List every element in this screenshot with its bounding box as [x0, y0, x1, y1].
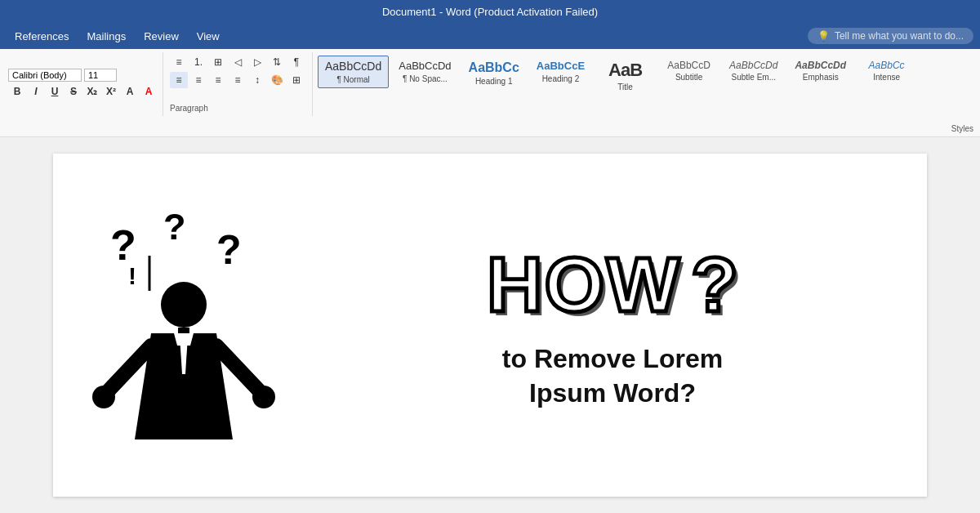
- italic-button[interactable]: I: [27, 83, 45, 100]
- shading-button[interactable]: 🎨: [268, 72, 286, 88]
- subtitle-line1: to Remove Lorem: [502, 342, 723, 377]
- how-heading: HOW: [487, 240, 681, 329]
- text-color-button[interactable]: A: [140, 83, 158, 100]
- svg-text:!: !: [128, 262, 136, 289]
- question-mark-heading: ?: [691, 240, 738, 329]
- svg-marker-10: [174, 333, 194, 346]
- font-name-input[interactable]: [8, 69, 82, 82]
- ribbon-search-placeholder: Tell me what you want to do...: [835, 30, 964, 42]
- tab-mailings[interactable]: Mailings: [78, 27, 134, 46]
- bold-button[interactable]: B: [8, 83, 26, 100]
- style-subtitle-preview: AaBbCcD: [667, 60, 710, 71]
- style-subtle-emph[interactable]: AaBbCcDd Subtle Em...: [722, 56, 785, 86]
- style-subtle-preview: AaBbCcDd: [729, 60, 777, 71]
- font-controls: B I U S X₂ X² A A: [8, 69, 158, 100]
- style-subtle-label: Subtle Em...: [732, 73, 776, 82]
- justify-button[interactable]: ≡: [229, 72, 247, 88]
- styles-section: AaBbCcDd ¶ Normal AaBbCcDd ¶ No Spac... …: [313, 52, 951, 136]
- font-size-input[interactable]: [84, 69, 117, 82]
- align-right-button[interactable]: ≡: [209, 72, 227, 88]
- bullets-button[interactable]: ≡: [170, 54, 188, 70]
- style-normal[interactable]: AaBbCcDd ¶ Normal: [318, 56, 389, 88]
- svg-point-12: [92, 386, 115, 408]
- strikethrough-button[interactable]: S: [65, 83, 82, 100]
- style-nospace-label: ¶ No Spac...: [403, 74, 448, 83]
- style-emphasis-label: Emphasis: [803, 73, 839, 82]
- line-spacing-button[interactable]: ↕: [248, 72, 266, 88]
- figure-area: ? ? ? !: [78, 194, 290, 456]
- title-bar-text: Document1 - Word (Product Activation Fai…: [382, 6, 598, 18]
- subtitle-text: to Remove Lorem Ipsum Word?: [502, 342, 723, 410]
- title-bar: Document1 - Word (Product Activation Fai…: [0, 0, 980, 23]
- style-emphasis-preview: AaBbCcDd: [795, 60, 846, 71]
- style-heading1[interactable]: AaBbCc Heading 1: [461, 56, 527, 90]
- clear-format-button[interactable]: A: [121, 83, 139, 100]
- increase-indent-button[interactable]: ▷: [248, 54, 266, 70]
- style-normal-preview: AaBbCcDd: [325, 60, 381, 74]
- font-format-row: B I U S X₂ X² A A: [8, 83, 158, 100]
- confused-person-svg: ? ? ? !: [86, 194, 282, 456]
- subscript-button[interactable]: X₂: [83, 83, 101, 100]
- lightbulb-icon: 💡: [817, 30, 830, 42]
- tab-references[interactable]: References: [7, 27, 77, 46]
- document-page: ? ? ? !: [53, 154, 927, 497]
- pilcrow-button[interactable]: ¶: [287, 54, 305, 70]
- style-title-preview: AaB: [608, 60, 642, 81]
- style-heading2-preview: AaBbCcE: [537, 60, 585, 73]
- style-nospace-preview: AaBbCcDd: [399, 60, 451, 73]
- sort-button[interactable]: ⇅: [268, 54, 286, 70]
- ribbon-search[interactable]: 💡 Tell me what you want to do...: [808, 28, 973, 44]
- ribbon-content: B I U S X₂ X² A A ≡ 1. ⊞ ◁ ▷ ⇅ ¶: [0, 49, 980, 137]
- underline-button[interactable]: U: [46, 83, 64, 100]
- svg-point-5: [161, 282, 207, 328]
- superscript-button[interactable]: X²: [102, 83, 120, 100]
- paragraph-group-label: Paragraph: [170, 104, 305, 114]
- multilevel-button[interactable]: ⊞: [209, 54, 227, 70]
- content-area: HOW ? to Remove Lorem Ipsum Word?: [323, 240, 902, 410]
- style-normal-label: ¶ Normal: [336, 75, 369, 84]
- list-row: ≡ 1. ⊞ ◁ ▷ ⇅ ¶: [170, 54, 305, 70]
- border-button[interactable]: ⊞: [287, 72, 305, 88]
- style-emphasis[interactable]: AaBbCcDd Emphasis: [787, 56, 853, 86]
- document-area: ? ? ? !: [0, 137, 980, 513]
- svg-text:?: ?: [163, 206, 186, 248]
- subtitle-line2: Ipsum Word?: [502, 377, 723, 411]
- style-subtitle[interactable]: AaBbCcD Subtitle: [658, 56, 719, 86]
- align-row: ≡ ≡ ≡ ≡ ↕ 🎨 ⊞: [170, 72, 305, 88]
- decrease-indent-button[interactable]: ◁: [229, 54, 247, 70]
- style-heading2-label: Heading 2: [542, 74, 580, 83]
- style-heading1-label: Heading 1: [475, 77, 513, 86]
- style-intense-preview: AaBbCc: [869, 60, 905, 71]
- style-heading1-preview: AaBbCc: [469, 60, 519, 75]
- align-left-button[interactable]: ≡: [170, 72, 188, 88]
- style-intense-label: Intense: [873, 73, 900, 82]
- how-text-container: HOW ?: [487, 240, 738, 329]
- styles-group-label: Styles: [951, 121, 973, 135]
- style-title[interactable]: AaB Title: [595, 56, 656, 96]
- paragraph-group: ≡ 1. ⊞ ◁ ▷ ⇅ ¶ ≡ ≡ ≡ ≡ ↕ 🎨 ⊞ Paragraph: [163, 52, 313, 116]
- tab-review[interactable]: Review: [136, 27, 187, 46]
- font-group: B I U S X₂ X² A A: [3, 52, 163, 116]
- align-center-button[interactable]: ≡: [189, 72, 207, 88]
- style-nospace[interactable]: AaBbCcDd ¶ No Spac...: [391, 56, 458, 87]
- style-title-label: Title: [617, 83, 633, 91]
- style-subtitle-label: Subtitle: [675, 73, 702, 82]
- numbering-button[interactable]: 1.: [189, 54, 207, 70]
- style-heading2[interactable]: AaBbCcE Heading 2: [529, 56, 592, 87]
- tab-view[interactable]: View: [189, 27, 228, 46]
- svg-point-14: [252, 386, 275, 408]
- ribbon: References Mailings Review View 💡 Tell m…: [0, 23, 980, 137]
- ribbon-tabs-row: References Mailings Review View 💡 Tell m…: [0, 23, 980, 49]
- style-intense[interactable]: AaBbCc Intense: [856, 56, 917, 86]
- svg-text:?: ?: [216, 227, 242, 273]
